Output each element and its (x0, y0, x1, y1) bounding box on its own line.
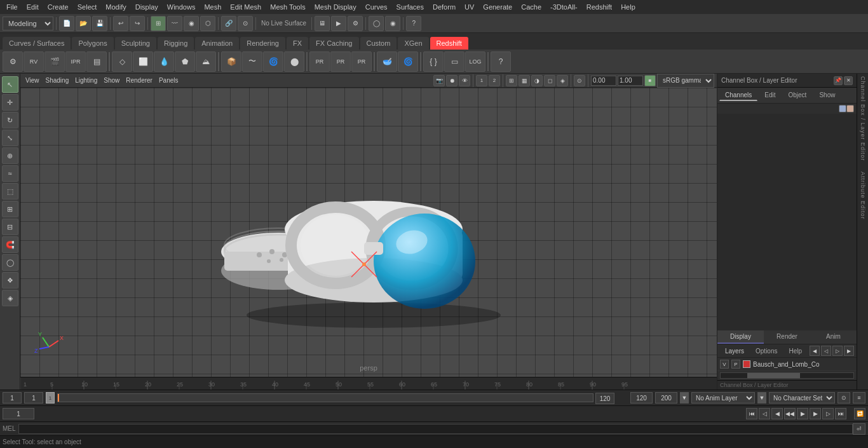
shelf-mountain-btn[interactable]: ⛰ (196, 51, 216, 72)
loop-btn[interactable]: 🔁 (854, 408, 865, 419)
play-back-btn[interactable]: ◀◀ (784, 408, 796, 419)
plus-btn[interactable]: ⊞ (2, 201, 18, 217)
vp-focus-btn[interactable]: ⊙ (574, 75, 585, 86)
lasso-btn[interactable]: ⊙ (238, 16, 253, 31)
vp-shading-btn[interactable]: Shading (43, 76, 72, 85)
shelf-pr2-btn[interactable]: PR (330, 51, 351, 72)
shelf-code-btn[interactable]: { } (423, 51, 444, 72)
layer-right2-btn[interactable]: ▷ (832, 346, 843, 356)
timeline-ruler[interactable]: 1 5 10 15 20 25 30 35 40 (20, 377, 717, 390)
shelf-cube-btn[interactable]: ⬜ (133, 51, 153, 72)
shelf-fan-btn[interactable]: 🌀 (398, 51, 418, 72)
soft-mod-btn[interactable]: ≈ (2, 165, 18, 182)
menu-display[interactable]: Display (132, 2, 162, 12)
edge-attribute-editor-label[interactable]: Attribute Editor (858, 169, 867, 222)
shelf-sphere-btn[interactable]: ⬟ (175, 51, 195, 72)
vp-xray-btn[interactable]: ◈ (557, 75, 568, 86)
menu-edit[interactable]: Edit (23, 2, 43, 12)
snap-ref-btn[interactable]: 🧲 (2, 236, 18, 253)
shelf-ball-btn[interactable]: ⬤ (284, 51, 304, 72)
ch-tab-object[interactable]: Object (783, 90, 813, 101)
menu-help[interactable]: Help (617, 2, 639, 12)
layers-tab[interactable]: Layers (720, 346, 749, 356)
scale-tool-btn[interactable]: ⤡ (2, 130, 18, 146)
menu-mesh-tools[interactable]: Mesh Tools (266, 2, 309, 12)
last-frame-btn[interactable]: ⏭ (835, 408, 846, 419)
vp-renderer-btn[interactable]: Renderer (123, 76, 155, 85)
shelf-pr-btn[interactable]: PR (309, 51, 330, 72)
component-edit-btn[interactable]: ❖ (2, 272, 18, 288)
ipr-btn[interactable]: ▶ (331, 16, 346, 31)
universal-manip-btn[interactable]: ⊕ (2, 147, 18, 164)
snap-point-btn[interactable]: ◉ (184, 16, 199, 31)
menu-deform[interactable]: Deform (429, 2, 459, 12)
ws-rendering[interactable]: Rendering (240, 37, 285, 50)
layers-options-tab[interactable]: Options (750, 346, 782, 356)
shelf-log2-btn[interactable]: LOG (465, 51, 485, 72)
menu-redshift[interactable]: Redshift (583, 2, 616, 12)
prev-frame-btn[interactable]: ◀ (771, 408, 783, 419)
vp-shade-btn[interactable]: ◑ (531, 75, 543, 86)
question-btn[interactable]: ? (406, 16, 421, 31)
shelf-log-btn[interactable]: ▤ (86, 51, 107, 72)
render-view-btn[interactable]: 🖥 (315, 16, 330, 31)
new-scene-btn[interactable]: 📄 (59, 16, 74, 31)
menu-curves[interactable]: Curves (362, 2, 391, 12)
char-set-select[interactable]: No Character Set (769, 392, 835, 404)
menu-uv[interactable]: UV (461, 2, 478, 12)
menu-windows[interactable]: Windows (163, 2, 200, 12)
shelf-settings-btn[interactable]: ⚙ (3, 51, 23, 72)
xray-btn[interactable]: ◉ (385, 16, 400, 31)
layer-left-btn[interactable]: ◀ (810, 346, 820, 356)
anim-layer-select[interactable]: No Anim Layer (691, 392, 755, 404)
current-frame-input[interactable] (3, 408, 34, 419)
prev-key-btn[interactable]: ◁ (759, 408, 770, 419)
menu-3dtoall[interactable]: -3DtoAll- (546, 2, 581, 12)
vp-grid-btn[interactable]: ⊞ (506, 75, 517, 86)
workspace-mode-dropdown[interactable]: Modeling (3, 17, 53, 31)
select-tool-btn[interactable]: ↖ (2, 76, 18, 93)
custom-btn[interactable]: ◈ (2, 290, 18, 306)
vp-show-btn[interactable]: Show (101, 76, 122, 85)
minus-btn[interactable]: ⊟ (2, 219, 18, 235)
frame-start-input[interactable] (3, 392, 22, 404)
vp-hud-btn[interactable]: ▦ (519, 75, 530, 86)
menu-mesh-display[interactable]: Mesh Display (311, 2, 360, 12)
first-frame-btn[interactable]: ⏮ (746, 408, 757, 419)
ws-rigging[interactable]: Rigging (158, 37, 194, 50)
vp-value2-input[interactable] (618, 76, 643, 86)
frame-end-display-input[interactable] (595, 393, 614, 404)
vp-wire-btn[interactable]: ◻ (544, 75, 555, 86)
layers-help-tab[interactable]: Help (783, 346, 807, 356)
menu-file[interactable]: File (3, 2, 22, 12)
next-frame-btn[interactable]: ▶ (810, 408, 821, 419)
snap-curve-btn[interactable]: 〰 (167, 16, 182, 31)
vp-value1-input[interactable] (591, 76, 616, 86)
menu-generate[interactable]: Generate (479, 2, 516, 12)
save-scene-btn[interactable]: 💾 (92, 16, 107, 31)
char-set-btn2[interactable]: ≡ (853, 392, 865, 404)
layer-scrollbar[interactable] (720, 372, 854, 379)
snap-surface-btn[interactable]: ⬡ (200, 16, 215, 31)
vp-res2-btn[interactable]: 2 (489, 75, 500, 86)
ws-fx[interactable]: FX (287, 37, 308, 50)
next-key-btn[interactable]: ▷ (822, 408, 834, 419)
mel-enter-btn[interactable]: ⏎ (853, 423, 865, 435)
shelf-drop-btn[interactable]: 💧 (154, 51, 174, 72)
shelf-ipr-btn[interactable]: IPR (65, 51, 86, 72)
ch-color2-btn[interactable] (846, 105, 854, 112)
move-tool-btn[interactable]: ✛ (2, 94, 18, 111)
shelf-rect-btn[interactable]: ▭ (444, 51, 465, 72)
layer-left2-btn[interactable]: ◁ (821, 346, 831, 356)
ws-sculpting[interactable]: Sculpting (115, 37, 156, 50)
ws-fx-caching[interactable]: FX Caching (309, 37, 358, 50)
ws-custom[interactable]: Custom (360, 37, 397, 50)
ws-xgen[interactable]: XGen (398, 37, 428, 50)
display-render-btn[interactable]: ◯ (369, 16, 384, 31)
vp-camera-btn[interactable]: 📷 (433, 75, 445, 86)
dra-display-tab[interactable]: Display (717, 330, 764, 344)
vp-panels-btn[interactable]: Panels (156, 76, 181, 85)
ws-polygons[interactable]: Polygons (72, 37, 113, 50)
menu-create[interactable]: Create (44, 2, 72, 12)
edge-channel-box-label[interactable]: Channel Box / Layer Editor (858, 74, 867, 164)
